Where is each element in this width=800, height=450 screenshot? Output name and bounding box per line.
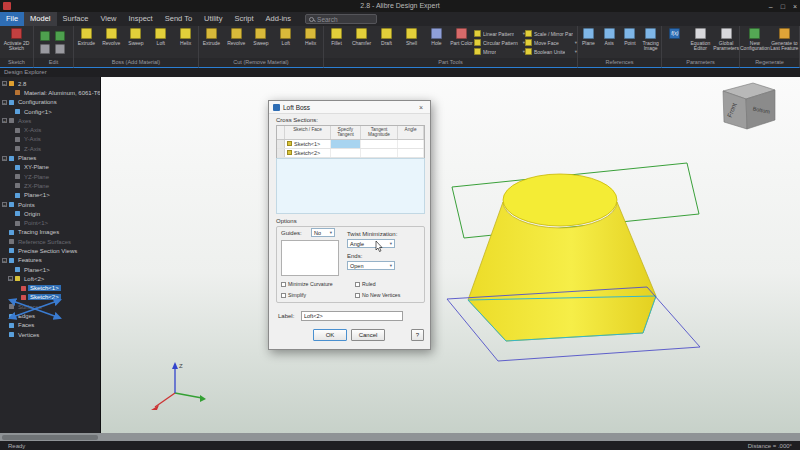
menu-model[interactable]: Model bbox=[24, 12, 56, 26]
ruled-checkbox[interactable]: Ruled bbox=[355, 281, 376, 287]
angle-cell[interactable] bbox=[398, 149, 424, 157]
tree-item-label[interactable]: Plane<1> bbox=[22, 192, 52, 198]
view-cube[interactable]: Front Bottom bbox=[723, 83, 775, 129]
ribbon-tool-button[interactable]: Helix bbox=[298, 27, 323, 46]
checkbox-icon[interactable] bbox=[355, 282, 360, 287]
tree-item-label[interactable]: 2.8 bbox=[16, 81, 28, 87]
expand-collapse-icon[interactable]: − bbox=[8, 276, 13, 281]
ribbon-tool-button[interactable]: Revolve bbox=[224, 27, 249, 46]
tree-item[interactable]: − Config<1> bbox=[0, 107, 100, 116]
ribbon-tool-button[interactable]: Sweep bbox=[124, 27, 149, 46]
dialog-titlebar[interactable]: Loft Boss × bbox=[269, 101, 430, 114]
tree-item-label[interactable]: Config<1> bbox=[22, 109, 54, 115]
tree-item[interactable]: − Y-Axis bbox=[0, 135, 100, 144]
tree-item-label[interactable]: Vertices bbox=[16, 332, 41, 338]
edit-tool-icon[interactable] bbox=[55, 44, 65, 54]
ribbon-tool-button[interactable]: Axis bbox=[599, 27, 620, 46]
ok-button[interactable]: OK bbox=[313, 329, 347, 341]
tree-item[interactable]: − Axes bbox=[0, 116, 100, 125]
tree-item[interactable]: − Configurations bbox=[0, 98, 100, 107]
tangent-magnitude-cell[interactable] bbox=[361, 149, 398, 157]
ribbon-tool-button[interactable]: Boolean Unite ▾ bbox=[525, 47, 577, 56]
expand-collapse-icon[interactable]: − bbox=[2, 118, 7, 123]
tree-item-label[interactable]: Origin bbox=[22, 211, 42, 217]
tree-item-label[interactable]: ZX-Plane bbox=[22, 183, 51, 189]
tree-item-label[interactable]: Loft<2> bbox=[22, 276, 46, 282]
ribbon-tool-button[interactable]: Activate 2D Sketch bbox=[0, 27, 33, 52]
tree-item[interactable]: − Plane<1> bbox=[0, 265, 100, 274]
ribbon-tool-button[interactable]: Circular Pattern ▾ bbox=[474, 38, 525, 47]
ribbon-tool-button[interactable]: Plane bbox=[578, 27, 599, 46]
guides-dropdown[interactable]: No ▾ bbox=[311, 228, 335, 237]
tree-item[interactable]: − Sketch<1> bbox=[0, 284, 100, 293]
minimize-icon[interactable]: – bbox=[769, 3, 773, 10]
ribbon-tool-button[interactable]: Sweep bbox=[249, 27, 274, 46]
ribbon-tool-button[interactable]: Hole bbox=[424, 27, 449, 46]
tree-item-label[interactable]: Precise Section Views bbox=[16, 248, 79, 254]
twist-minimization-dropdown[interactable]: Angle ▾ bbox=[347, 239, 395, 248]
tree-item-label[interactable]: Reference Surfaces bbox=[16, 239, 73, 245]
tree-item-label[interactable]: X-Axis bbox=[22, 127, 43, 133]
guides-listbox[interactable] bbox=[281, 240, 339, 276]
cross-sections-list-area[interactable] bbox=[276, 158, 425, 214]
ribbon-tool-button[interactable]: Equation Editor bbox=[688, 27, 714, 52]
tree-item[interactable]: − 2.8 bbox=[0, 79, 100, 88]
tree-item[interactable]: − Vertices bbox=[0, 330, 100, 339]
chevron-down-icon[interactable]: ▾ bbox=[575, 40, 577, 45]
search-input[interactable]: Search bbox=[305, 14, 377, 24]
ribbon-tool-button[interactable]: New Configuration bbox=[740, 27, 770, 52]
ribbon-tool-button[interactable]: Loft bbox=[273, 27, 298, 46]
menu-view[interactable]: View bbox=[94, 12, 122, 26]
tree-item-label[interactable]: Points bbox=[16, 202, 37, 208]
tree-item-label[interactable]: XY-Plane bbox=[22, 164, 51, 170]
ribbon-tool-button[interactable]: Global Parameters bbox=[713, 27, 739, 52]
ribbon-tool-button[interactable]: Extrude bbox=[199, 27, 224, 46]
ribbon-tool-button[interactable]: Revolve bbox=[99, 27, 124, 46]
ribbon-tool-button[interactable]: Draft bbox=[374, 27, 399, 46]
minimize-curvature-checkbox[interactable]: Minimize Curvature bbox=[281, 281, 333, 287]
tree-item-label[interactable]: Axes bbox=[16, 118, 33, 124]
menu-send-to[interactable]: Send To bbox=[159, 12, 198, 26]
ribbon-tool-button[interactable]: Generate to Last Feature bbox=[770, 27, 799, 52]
row-selector[interactable] bbox=[277, 149, 285, 157]
menu-inspect[interactable]: Inspect bbox=[123, 12, 159, 26]
close-icon[interactable]: × bbox=[416, 104, 426, 111]
tree-item-label[interactable]: Configurations bbox=[16, 99, 59, 105]
tree-item-label[interactable]: Features bbox=[16, 257, 44, 263]
edit-tool-icon[interactable] bbox=[40, 31, 50, 41]
ribbon-tool-button[interactable]: Point bbox=[620, 27, 641, 46]
menu-script[interactable]: Script bbox=[228, 12, 259, 26]
tree-item-label[interactable]: Z-Axis bbox=[22, 146, 43, 152]
tree-item[interactable]: − Features bbox=[0, 256, 100, 265]
menu-utility[interactable]: Utility bbox=[198, 12, 228, 26]
viewport-3d[interactable]: Z Front Bottom bbox=[101, 77, 800, 433]
checkbox-icon[interactable] bbox=[281, 282, 286, 287]
help-button[interactable]: ? bbox=[411, 329, 424, 341]
no-new-vertices-checkbox[interactable]: No New Vertices bbox=[355, 292, 400, 298]
ribbon-tool-button[interactable]: Extrude bbox=[74, 27, 99, 46]
ribbon-tool-button[interactable]: Helix bbox=[173, 27, 198, 46]
ribbon-tool-button[interactable]: Move Face ▾ bbox=[525, 38, 577, 47]
specify-tangent-cell[interactable] bbox=[331, 149, 361, 157]
tree-item-label[interactable]: Y-Axis bbox=[22, 136, 43, 142]
row-selector[interactable] bbox=[277, 140, 285, 148]
tree-item[interactable]: − X-Axis bbox=[0, 125, 100, 134]
expand-collapse-icon[interactable]: − bbox=[2, 100, 7, 105]
tree-item[interactable]: − Material: Aluminum, 6061-T6 bbox=[0, 88, 100, 97]
edit-tool-icon[interactable] bbox=[40, 44, 50, 54]
tree-item[interactable]: − Planes bbox=[0, 153, 100, 162]
tree-item[interactable]: − XY-Plane bbox=[0, 163, 100, 172]
ribbon-tool-button[interactable]: Loft bbox=[148, 27, 173, 46]
ribbon-tool-button[interactable]: Tracing Image bbox=[640, 27, 661, 52]
ends-dropdown[interactable]: Open ▾ bbox=[347, 261, 395, 270]
expand-collapse-icon[interactable]: − bbox=[2, 81, 7, 86]
tree-item-label[interactable]: Material: Aluminum, 6061-T6 bbox=[22, 90, 101, 96]
scrollbar-thumb[interactable] bbox=[2, 435, 98, 440]
angle-cell[interactable] bbox=[398, 140, 424, 148]
chevron-down-icon[interactable]: ▾ bbox=[575, 49, 577, 54]
cancel-button[interactable]: Cancel bbox=[351, 329, 385, 341]
tree-item-label[interactable]: Planes bbox=[16, 155, 38, 161]
simplify-checkbox[interactable]: Simplify bbox=[281, 292, 306, 298]
ribbon-tool-button[interactable]: Shell bbox=[399, 27, 424, 46]
tree-item-label[interactable]: Point<1> bbox=[22, 220, 50, 226]
